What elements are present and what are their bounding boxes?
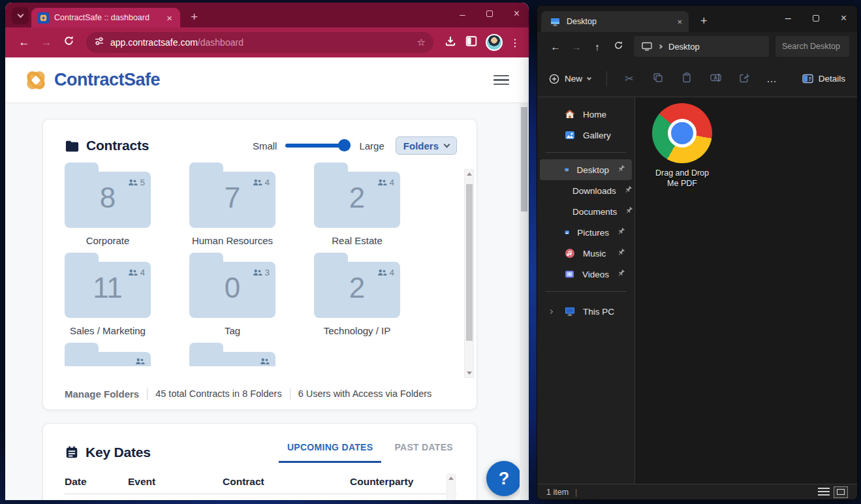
- sidebar-item-gallery[interactable]: Gallery: [540, 125, 632, 146]
- sidebar-item-downloads[interactable]: Downloads: [540, 180, 632, 201]
- explorer-file-area[interactable]: Drag and Drop Me PDF: [635, 97, 857, 484]
- chevron-down-icon: [17, 12, 23, 18]
- folder-size-slider[interactable]: [285, 144, 351, 148]
- back-icon[interactable]: ←: [14, 36, 34, 49]
- pin-icon: [625, 206, 633, 217]
- see-more-icon[interactable]: …: [766, 73, 778, 85]
- manage-folders-link[interactable]: Manage Folders: [65, 388, 139, 400]
- contracts-scrollbar[interactable]: [464, 169, 474, 378]
- sidebar-item-videos[interactable]: Videos: [540, 264, 632, 285]
- breadcrumb[interactable]: Desktop: [634, 36, 769, 57]
- browser-tab[interactable]: ContractSafe :: dashboard ×: [31, 8, 180, 27]
- sidebar-item-music[interactable]: Music: [540, 243, 632, 264]
- hamburger-menu-icon[interactable]: [493, 75, 509, 86]
- browser-menu-icon[interactable]: ⋮: [508, 37, 522, 49]
- pin-icon: [624, 185, 633, 197]
- chevron-right-icon: [658, 44, 663, 48]
- folder-tile[interactable]: 4 11 Sales / Marketing: [65, 253, 151, 337]
- explorer-tab[interactable]: Desktop ×: [541, 11, 689, 32]
- tab-upcoming-dates[interactable]: UPCOMING DATES: [279, 442, 382, 463]
- tab-close-icon[interactable]: ×: [164, 13, 175, 23]
- key-dates-scrollbar[interactable]: [446, 474, 456, 500]
- users-icon: [135, 358, 145, 365]
- folder-name: Human Resources: [189, 235, 275, 247]
- folder-tile[interactable]: 5 8 Corporate: [65, 163, 151, 247]
- back-icon[interactable]: ←: [545, 41, 566, 52]
- details-view-icon[interactable]: [818, 488, 830, 496]
- up-icon[interactable]: ↑: [587, 41, 608, 52]
- chevron-right-icon[interactable]: [548, 309, 553, 313]
- forward-icon: →: [37, 36, 56, 49]
- folder-tile-partial[interactable]: [65, 343, 151, 366]
- new-tab-button[interactable]: +: [700, 15, 708, 27]
- minimize-button[interactable]: –: [785, 12, 791, 24]
- refresh-icon[interactable]: [608, 40, 629, 52]
- minimize-button[interactable]: –: [460, 8, 465, 20]
- help-button[interactable]: ?: [486, 461, 522, 496]
- url-bar[interactable]: app.contractsafe.com/dashboard ☆: [86, 32, 433, 53]
- large-icons-view-icon[interactable]: [834, 486, 848, 498]
- slider-thumb[interactable]: [338, 139, 351, 151]
- scroll-up-icon[interactable]: [448, 477, 454, 480]
- page-scrollbar[interactable]: [520, 103, 528, 500]
- item-count: 1 item: [546, 488, 569, 497]
- folder-users-count: 4: [390, 178, 394, 187]
- users-icon: [253, 179, 262, 186]
- details-button[interactable]: Details: [802, 74, 845, 84]
- new-tab-button[interactable]: +: [191, 10, 198, 23]
- size-small-label: Small: [253, 140, 277, 151]
- users-icon: [377, 179, 387, 186]
- chevron-down-icon: [444, 142, 450, 148]
- folder-users-count: 5: [140, 178, 145, 187]
- sidebar-item-home[interactable]: Home: [540, 104, 632, 125]
- column-counterparty: Counterparty: [350, 476, 431, 488]
- profile-avatar[interactable]: [486, 34, 503, 51]
- tab-title: ContractSafe :: dashboard: [54, 13, 159, 22]
- scrollbar-thumb[interactable]: [521, 107, 527, 212]
- folder-tile[interactable]: 4 7 Human Resources: [189, 163, 275, 247]
- users-icon: [377, 269, 387, 276]
- folder-tile[interactable]: 3 0 Tag: [189, 253, 275, 337]
- file-item[interactable]: Drag and Drop Me PDF: [650, 103, 715, 189]
- refresh-icon[interactable]: [59, 35, 78, 50]
- gallery-icon: [565, 130, 575, 140]
- search-input[interactable]: Search Desktop: [775, 36, 849, 57]
- sidebar-item-pictures[interactable]: Pictures: [540, 222, 632, 243]
- brand-name: ContractSafe: [54, 70, 160, 90]
- plus-circle-icon: [549, 74, 559, 84]
- tab-past-dates[interactable]: PAST DATES: [390, 442, 457, 463]
- close-button[interactable]: ×: [841, 12, 847, 24]
- tab-close-icon[interactable]: ×: [677, 17, 682, 27]
- bookmark-star-icon[interactable]: ☆: [417, 37, 426, 48]
- scroll-down-icon[interactable]: [467, 371, 472, 375]
- folder-tile[interactable]: 4 2 Technology / IP: [314, 253, 400, 337]
- key-dates-title: Key Dates: [86, 445, 151, 460]
- breadcrumb-location[interactable]: Desktop: [668, 42, 700, 52]
- download-icon[interactable]: [441, 35, 460, 50]
- folder-name: Corporate: [65, 235, 151, 247]
- side-panel-icon[interactable]: [462, 35, 480, 50]
- sidebar-item-desktop[interactable]: Desktop: [540, 159, 632, 180]
- scrollbar-thumb[interactable]: [466, 184, 473, 341]
- users-icon: [128, 269, 138, 276]
- view-dropdown[interactable]: Folders: [396, 136, 457, 155]
- folder-tile[interactable]: 4 2 Real Estate: [314, 163, 400, 247]
- sidebar-item-this-pc[interactable]: This PC: [540, 301, 632, 322]
- sidebar-item-documents[interactable]: Documents: [540, 201, 632, 222]
- contracts-card: Contracts Small Large Folders 5: [42, 119, 477, 410]
- folder-name: Tag: [189, 325, 275, 337]
- maximize-button[interactable]: [813, 15, 819, 22]
- close-button[interactable]: ×: [514, 8, 520, 20]
- site-settings-icon[interactable]: [94, 36, 104, 49]
- this-pc-icon: [565, 307, 575, 316]
- new-button[interactable]: New: [549, 74, 591, 84]
- scroll-up-icon[interactable]: [467, 172, 472, 176]
- maximize-button[interactable]: [486, 10, 493, 17]
- folder-tile-partial[interactable]: [189, 343, 275, 366]
- contractsafe-page: ContractSafe Contracts Small Large Folde…: [5, 57, 529, 500]
- browser-toolbar: ← → app.contractsafe.com/dashboard ☆ ⋮: [5, 27, 529, 57]
- calendar-icon: [65, 445, 79, 460]
- tab-search-button[interactable]: [12, 7, 29, 24]
- contractsafe-logo[interactable]: ContractSafe: [23, 68, 160, 93]
- column-date: Date: [65, 476, 128, 488]
